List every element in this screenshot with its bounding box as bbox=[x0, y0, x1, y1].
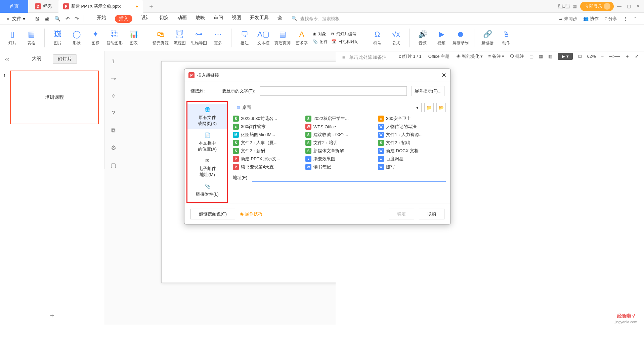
play-button[interactable]: ▶ ▾ bbox=[558, 53, 573, 60]
new-tab-button[interactable]: ＋ bbox=[143, 2, 160, 10]
zoom-out-icon[interactable]: − bbox=[601, 54, 604, 59]
view-sorter-icon[interactable]: ▦ bbox=[539, 54, 543, 59]
tips-link[interactable]: ◉ 操作技巧 bbox=[240, 211, 262, 217]
tab-design[interactable]: 设计 bbox=[141, 15, 151, 23]
login-button[interactable]: 立即登录 bbox=[580, 2, 614, 11]
link-type-email[interactable]: ✉ 电子邮件 地址(M) bbox=[187, 155, 227, 180]
ribbon-flowchart[interactable]: ⿴流程图 bbox=[172, 30, 187, 46]
undo-icon[interactable]: ↶ bbox=[66, 16, 70, 22]
tab-home[interactable]: 首页 bbox=[0, 0, 28, 13]
ribbon-action[interactable]: 🖱动作 bbox=[499, 30, 514, 46]
file-item[interactable]: W文件1：人力资源... bbox=[378, 132, 446, 138]
collapse-panel-icon[interactable]: ≪ bbox=[5, 57, 9, 62]
file-item[interactable]: S文件2：薪酬 bbox=[233, 148, 301, 154]
file-item[interactable]: W读书笔记 bbox=[305, 164, 373, 170]
link-type-attach[interactable]: 📎 链接附件(L) bbox=[187, 180, 227, 200]
screen-tip-button[interactable]: 屏幕提示(P)... bbox=[412, 86, 444, 96]
more-menu-icon[interactable]: ⋮ bbox=[623, 16, 628, 22]
tab-start[interactable]: 开始 bbox=[97, 15, 106, 23]
file-item[interactable]: P读书变现第4天直... bbox=[233, 164, 301, 170]
ribbon-more[interactable]: ⋯更多 bbox=[210, 30, 226, 46]
browse-folder-button[interactable]: 📂 bbox=[436, 103, 446, 112]
view-normal-icon[interactable]: ▢ bbox=[529, 54, 533, 59]
comments-toggle[interactable]: 🗨 批注 bbox=[510, 53, 524, 59]
file-item[interactable]: S2022秋启平学生... bbox=[305, 116, 373, 122]
tab-active-document[interactable]: P 新建 PPTX 演示文稿.pptx ⬚ ● bbox=[58, 0, 143, 13]
zoom-in-icon[interactable]: ＋ bbox=[625, 53, 630, 59]
link-color-button[interactable]: 超链接颜色(C) bbox=[190, 209, 235, 219]
file-item[interactable]: S2022.9.30前花名... bbox=[233, 116, 301, 122]
tab-view[interactable]: 视图 bbox=[232, 15, 241, 23]
display-text-input[interactable] bbox=[260, 86, 407, 96]
preview-icon[interactable]: 🔍 bbox=[54, 16, 61, 22]
tab-slides[interactable]: 幻灯片 bbox=[53, 54, 77, 64]
file-item[interactable]: WWPS Office bbox=[305, 124, 373, 130]
slide-thumbnail-1[interactable]: 1 培训课程 bbox=[10, 71, 99, 124]
ok-button[interactable]: 确定 bbox=[389, 209, 414, 219]
sidebar-present-icon[interactable]: ▢ bbox=[111, 162, 116, 169]
remark-toggle[interactable]: ≡ 备注 ▾ bbox=[488, 53, 504, 59]
ribbon-formula[interactable]: √x公式 bbox=[388, 30, 404, 46]
fullscreen-icon[interactable]: ⤢ bbox=[635, 54, 639, 59]
ribbon-audio[interactable]: 🔊音频 bbox=[415, 30, 430, 46]
ribbon-symbol[interactable]: Ω符号 bbox=[370, 30, 385, 46]
ribbon-slide[interactable]: ▯灯片 bbox=[5, 30, 20, 46]
tab-more[interactable]: 会 bbox=[277, 15, 282, 23]
ribbon-datetime[interactable]: 📅 日期和时间 bbox=[331, 39, 358, 45]
file-item[interactable]: S建议收藏：90个... bbox=[305, 132, 373, 138]
minimize-button[interactable]: — bbox=[617, 4, 621, 9]
tab-slideshow[interactable]: 放映 bbox=[196, 15, 205, 23]
ribbon-comment[interactable]: 🗨批注 bbox=[237, 30, 252, 46]
sidebar-gear-icon[interactable]: ⚙ bbox=[111, 144, 116, 152]
ribbon-mindmap[interactable]: ⊶思维导图 bbox=[191, 30, 207, 46]
tab-docker[interactable]: D 稻壳 bbox=[28, 0, 58, 13]
zoom-slider[interactable]: ━○━━ bbox=[609, 54, 620, 59]
print-icon[interactable]: 🖶 bbox=[45, 16, 50, 22]
file-item[interactable]: S新媒体文章拆解 bbox=[305, 148, 373, 154]
ribbon-table[interactable]: ▦表格 bbox=[24, 30, 39, 46]
tab-transition[interactable]: 切换 bbox=[159, 15, 169, 23]
file-item[interactable]: M亿图脑图MindM... bbox=[233, 132, 301, 138]
sidebar-explore-icon[interactable]: ⟟ bbox=[112, 58, 115, 65]
hamburger-icon[interactable]: ≡ bbox=[7, 16, 9, 21]
tab-insert[interactable]: 插入 bbox=[115, 15, 132, 23]
ribbon-screenrec[interactable]: ⏺屏幕录制 bbox=[453, 30, 469, 46]
up-folder-button[interactable]: 📁 bbox=[424, 103, 434, 112]
layout-icon[interactable]: ⿺1⿺ bbox=[558, 4, 569, 9]
close-button[interactable]: ✕ bbox=[636, 4, 640, 9]
sidebar-template-icon[interactable]: ⧉ bbox=[111, 127, 116, 134]
file-item[interactable]: W人物传记的写法 bbox=[378, 124, 446, 130]
file-item[interactable]: S文件2：培训 bbox=[305, 140, 373, 146]
save-icon[interactable]: 🖫 bbox=[35, 16, 40, 22]
link-type-thisdoc[interactable]: 📄 本文档中 的位置(A) bbox=[187, 129, 227, 155]
tab-animation[interactable]: 动画 bbox=[177, 15, 187, 23]
file-item[interactable]: W随写 bbox=[378, 164, 446, 170]
address-input[interactable] bbox=[252, 173, 446, 182]
file-item[interactable]: S文件2：招聘 bbox=[378, 140, 446, 146]
ribbon-object[interactable]: ◉ 对象 bbox=[313, 31, 328, 37]
ribbon-resource[interactable]: 🛍稻壳资源 bbox=[153, 30, 169, 46]
collab-button[interactable]: 👥 协作 bbox=[583, 16, 599, 22]
file-item[interactable]: ●百度网盘 bbox=[378, 156, 446, 162]
file-item[interactable]: P新建 PPTX 演示文... bbox=[233, 156, 301, 162]
ribbon-shape[interactable]: ◯形状 bbox=[69, 30, 84, 46]
maximize-button[interactable]: ▢ bbox=[627, 4, 631, 9]
cancel-button[interactable]: 取消 bbox=[419, 209, 444, 219]
file-item[interactable]: ●360软件管家 bbox=[233, 124, 301, 130]
file-item[interactable]: S文件2：人事（夏... bbox=[233, 140, 301, 146]
ribbon-attachment[interactable]: 📎 附件 bbox=[313, 39, 328, 45]
tab-outline[interactable]: 大纲 bbox=[27, 54, 46, 64]
link-type-existing[interactable]: 🌐 原有文件 或网页(X) bbox=[187, 104, 227, 129]
command-search[interactable]: 🔍 查找命令、搜索模板 bbox=[292, 16, 340, 22]
redo-icon[interactable]: ↷ bbox=[75, 16, 79, 22]
dialog-close-button[interactable]: ✕ bbox=[441, 72, 446, 79]
sidebar-help-icon[interactable]: ? bbox=[112, 110, 115, 117]
sidebar-star-icon[interactable]: ✧ bbox=[111, 92, 116, 100]
collapse-ribbon-icon[interactable]: ⌃ bbox=[634, 16, 637, 22]
notes-bar[interactable]: ≡ 单击此处添加备注 bbox=[336, 51, 393, 63]
tab-review[interactable]: 审阅 bbox=[214, 15, 223, 23]
beautify-button[interactable]: ◈ 智能美化 ▾ bbox=[456, 53, 483, 59]
ribbon-slidenum[interactable]: ⧉ 幻灯片编号 bbox=[331, 31, 358, 37]
dialog-titlebar[interactable]: P 插入超链接 ✕ bbox=[184, 69, 450, 82]
zoom-level[interactable]: 62% bbox=[587, 54, 596, 59]
